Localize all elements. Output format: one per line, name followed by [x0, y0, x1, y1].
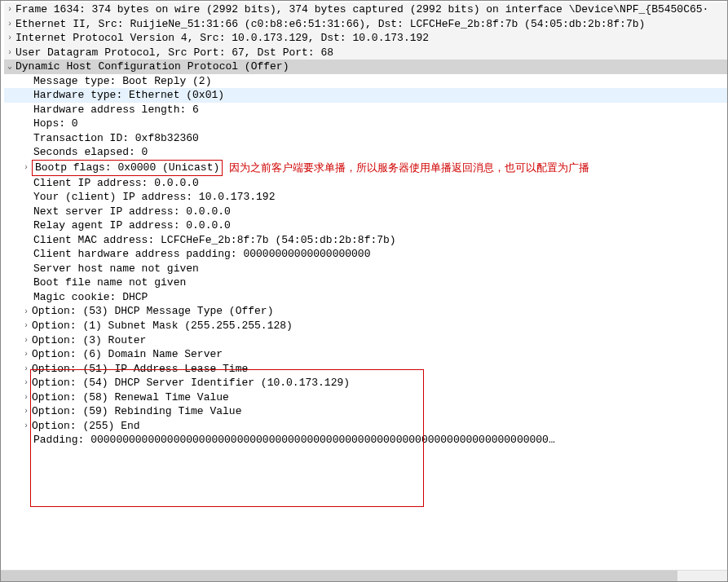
- chevron-right-icon[interactable]: ›: [4, 4, 15, 15]
- dhcp-opt54-text: Option: (54) DHCP Server Identifier (10.…: [32, 376, 350, 390]
- chevron-right-icon[interactable]: ›: [20, 421, 32, 432]
- ethernet-row[interactable]: › Ethernet II, Src: RuijieNe_51:31:66 (c…: [4, 17, 727, 32]
- dhcp-giaddr-text: Relay agent IP address: 0.0.0.0: [33, 218, 231, 233]
- chevron-right-icon[interactable]: ›: [20, 306, 32, 318]
- dhcp-sname-row[interactable]: Server host name not given: [4, 262, 727, 276]
- frame-text: Frame 1634: 374 bytes on wire (2992 bits…: [15, 2, 708, 17]
- ethernet-text: Ethernet II, Src: RuijieNe_51:31:66 (c0:…: [15, 17, 645, 32]
- dhcp-opt58-row[interactable]: › Option: (58) Renewal Time Value: [4, 390, 727, 405]
- chevron-right-icon[interactable]: ›: [4, 19, 15, 30]
- dhcp-opt54-row[interactable]: › Option: (54) DHCP Server Identifier (1…: [4, 376, 727, 390]
- chevron-right-icon[interactable]: ›: [20, 377, 32, 389]
- chevron-right-icon[interactable]: ›: [4, 47, 15, 59]
- chevron-right-icon[interactable]: ›: [20, 406, 32, 417]
- dhcp-xid-row[interactable]: Transaction ID: 0xf8b32360: [4, 131, 727, 146]
- chevron-right-icon[interactable]: ›: [20, 335, 32, 346]
- dhcp-hops-text: Hops: 0: [33, 117, 78, 131]
- chevron-down-icon[interactable]: ⌄: [4, 61, 15, 73]
- dhcp-padding-row[interactable]: Padding: 0000000000000000000000000000000…: [4, 433, 727, 448]
- dhcp-opt6-text: Option: (6) Domain Name Server: [32, 347, 223, 362]
- dhcp-opt255-text: Option: (255) End: [32, 419, 140, 434]
- dhcp-flags-annotation: 因为之前客户端要求单播，所以服务器使用单播返回消息，也可以配置为广播: [229, 161, 589, 175]
- dhcp-opt51-row[interactable]: › Option: (51) IP Address Lease Time: [4, 362, 727, 377]
- dhcp-hwlen-text: Hardware address length: 6: [33, 103, 199, 117]
- dhcp-flags-text: Bootp flags: 0x0000 (Unicast): [32, 160, 223, 176]
- dhcp-chpad-text: Client hardware address padding: 0000000…: [33, 247, 370, 262]
- ip-row[interactable]: › Internet Protocol Version 4, Src: 10.0…: [4, 31, 727, 46]
- dhcp-row[interactable]: ⌄ Dynamic Host Configuration Protocol (O…: [4, 60, 727, 74]
- dhcp-ciaddr-row[interactable]: Client IP address: 0.0.0.0: [4, 176, 727, 191]
- chevron-right-icon[interactable]: ›: [20, 320, 32, 332]
- chevron-right-icon[interactable]: ›: [20, 392, 32, 403]
- dhcp-opt51-text: Option: (51) IP Address Lease Time: [32, 362, 248, 377]
- dhcp-opt3-row[interactable]: › Option: (3) Router: [4, 333, 727, 348]
- dhcp-yiaddr-row[interactable]: Your (client) IP address: 10.0.173.192: [4, 190, 727, 205]
- packet-tree: › Frame 1634: 374 bytes on wire (2992 bi…: [1, 1, 727, 449]
- dhcp-msgtype-row[interactable]: Message type: Boot Reply (2): [4, 74, 727, 89]
- dhcp-xid-text: Transaction ID: 0xf8b32360: [33, 131, 199, 146]
- dhcp-opt53-text: Option: (53) DHCP Message Type (Offer): [32, 304, 273, 319]
- dhcp-yiaddr-text: Your (client) IP address: 10.0.173.192: [33, 190, 275, 205]
- horizontal-scrollbar[interactable]: [1, 570, 727, 581]
- dhcp-cookie-text: Magic cookie: DHCP: [33, 290, 148, 305]
- dhcp-padding-text: Padding: 0000000000000000000000000000000…: [33, 433, 555, 448]
- dhcp-hwlen-row[interactable]: Hardware address length: 6: [4, 103, 727, 117]
- udp-text: User Datagram Protocol, Src Port: 67, Ds…: [15, 46, 333, 60]
- dhcp-sname-text: Server host name not given: [33, 262, 199, 276]
- dhcp-secs-row[interactable]: Seconds elapsed: 0: [4, 145, 727, 160]
- chevron-right-icon[interactable]: ›: [20, 364, 32, 375]
- dhcp-cookie-row[interactable]: Magic cookie: DHCP: [4, 290, 727, 305]
- dhcp-opt59-row[interactable]: › Option: (59) Rebinding Time Value: [4, 404, 727, 419]
- dhcp-siaddr-row[interactable]: Next server IP address: 0.0.0.0: [4, 205, 727, 219]
- scrollbar-thumb[interactable]: [1, 571, 677, 581]
- dhcp-hops-row[interactable]: Hops: 0: [4, 117, 727, 131]
- dhcp-flags-row[interactable]: › Bootp flags: 0x0000 (Unicast) 因为之前客户端要…: [4, 160, 727, 176]
- dhcp-giaddr-row[interactable]: Relay agent IP address: 0.0.0.0: [4, 218, 727, 233]
- dhcp-chpad-row[interactable]: Client hardware address padding: 0000000…: [4, 247, 727, 262]
- dhcp-chaddr-text: Client MAC address: LCFCHeFe_2b:8f:7b (5…: [33, 233, 396, 248]
- dhcp-ciaddr-text: Client IP address: 0.0.0.0: [33, 176, 199, 191]
- ip-text: Internet Protocol Version 4, Src: 10.0.1…: [15, 31, 429, 46]
- dhcp-opt6-row[interactable]: › Option: (6) Domain Name Server: [4, 347, 727, 362]
- frame-row[interactable]: › Frame 1634: 374 bytes on wire (2992 bi…: [4, 2, 727, 17]
- chevron-right-icon[interactable]: ›: [20, 349, 32, 360]
- dhcp-opt3-text: Option: (3) Router: [32, 333, 146, 348]
- dhcp-opt53-row[interactable]: › Option: (53) DHCP Message Type (Offer): [4, 304, 727, 319]
- dhcp-hwtype-text: Hardware type: Ethernet (0x01): [33, 88, 224, 103]
- chevron-right-icon[interactable]: ›: [4, 33, 15, 44]
- dhcp-msgtype-text: Message type: Boot Reply (2): [33, 74, 211, 89]
- dhcp-chaddr-row[interactable]: Client MAC address: LCFCHeFe_2b:8f:7b (5…: [4, 233, 727, 248]
- dhcp-file-text: Boot file name not given: [33, 276, 186, 290]
- dhcp-opt59-text: Option: (59) Rebinding Time Value: [32, 404, 241, 419]
- dhcp-file-row[interactable]: Boot file name not given: [4, 276, 727, 290]
- dhcp-opt58-text: Option: (58) Renewal Time Value: [32, 390, 229, 405]
- dhcp-secs-text: Seconds elapsed: 0: [33, 145, 148, 160]
- dhcp-header-text: Dynamic Host Configuration Protocol (Off…: [15, 60, 289, 74]
- dhcp-siaddr-text: Next server IP address: 0.0.0.0: [33, 205, 231, 219]
- dhcp-hwtype-row[interactable]: Hardware type: Ethernet (0x01): [4, 88, 727, 103]
- dhcp-opt255-row[interactable]: › Option: (255) End: [4, 419, 727, 434]
- dhcp-opt1-text: Option: (1) Subnet Mask (255.255.255.128…: [32, 319, 293, 333]
- chevron-right-icon[interactable]: ›: [20, 162, 32, 174]
- udp-row[interactable]: › User Datagram Protocol, Src Port: 67, …: [4, 46, 727, 60]
- dhcp-opt1-row[interactable]: › Option: (1) Subnet Mask (255.255.255.1…: [4, 319, 727, 333]
